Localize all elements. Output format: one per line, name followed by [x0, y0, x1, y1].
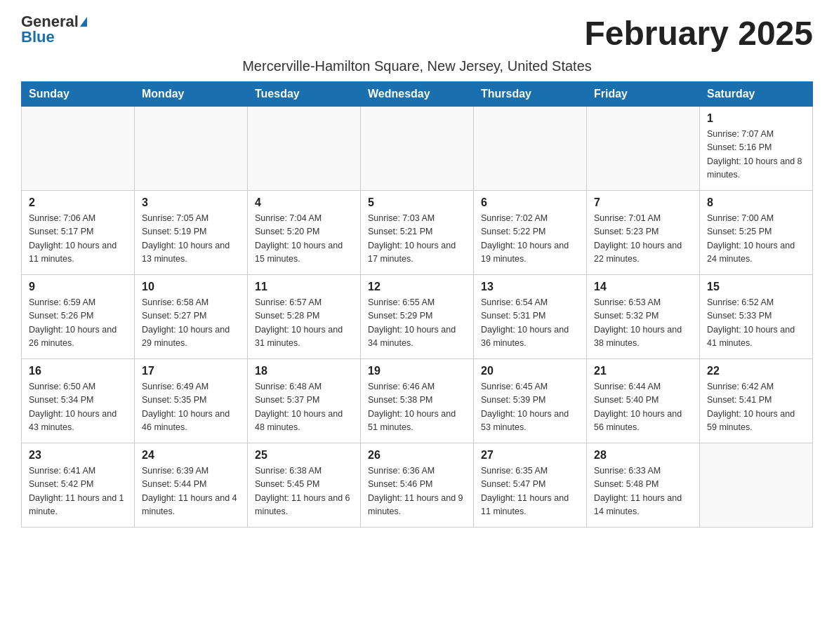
calendar-cell: 21Sunrise: 6:44 AM Sunset: 5:40 PM Dayli… [587, 359, 700, 443]
day-info: Sunrise: 6:46 AM Sunset: 5:38 PM Dayligh… [368, 380, 466, 435]
day-number: 23 [29, 449, 127, 462]
calendar-cell: 7Sunrise: 7:01 AM Sunset: 5:23 PM Daylig… [587, 191, 700, 275]
day-info: Sunrise: 6:38 AM Sunset: 5:45 PM Dayligh… [255, 464, 353, 519]
calendar-cell: 19Sunrise: 6:46 AM Sunset: 5:38 PM Dayli… [361, 359, 474, 443]
calendar-cell [22, 107, 135, 191]
calendar-cell: 8Sunrise: 7:00 AM Sunset: 5:25 PM Daylig… [700, 191, 813, 275]
day-number: 28 [594, 449, 692, 462]
day-info: Sunrise: 7:01 AM Sunset: 5:23 PM Dayligh… [594, 212, 692, 267]
calendar-cell [135, 107, 248, 191]
calendar-cell [474, 107, 587, 191]
calendar-cell: 26Sunrise: 6:36 AM Sunset: 5:46 PM Dayli… [361, 443, 474, 528]
calendar-cell: 23Sunrise: 6:41 AM Sunset: 5:42 PM Dayli… [22, 443, 135, 528]
day-info: Sunrise: 7:06 AM Sunset: 5:17 PM Dayligh… [29, 212, 127, 267]
day-info: Sunrise: 6:49 AM Sunset: 5:35 PM Dayligh… [142, 380, 240, 435]
day-info: Sunrise: 7:04 AM Sunset: 5:20 PM Dayligh… [255, 212, 353, 267]
weekday-header-monday: Monday [135, 82, 248, 107]
day-number: 3 [142, 196, 240, 209]
day-number: 6 [481, 196, 579, 209]
day-number: 1 [707, 112, 805, 125]
calendar-cell: 27Sunrise: 6:35 AM Sunset: 5:47 PM Dayli… [474, 443, 587, 528]
day-number: 14 [594, 281, 692, 293]
calendar-cell: 13Sunrise: 6:54 AM Sunset: 5:31 PM Dayli… [474, 275, 587, 359]
day-number: 8 [707, 196, 805, 209]
day-number: 22 [707, 365, 805, 377]
logo-triangle-icon [80, 17, 87, 27]
day-number: 7 [594, 196, 692, 209]
day-info: Sunrise: 7:05 AM Sunset: 5:19 PM Dayligh… [142, 212, 240, 267]
day-number: 5 [368, 196, 466, 209]
weekday-header-friday: Friday [587, 82, 700, 107]
day-number: 11 [255, 281, 353, 293]
day-info: Sunrise: 6:41 AM Sunset: 5:42 PM Dayligh… [29, 464, 127, 519]
logo: General Blue [21, 14, 87, 45]
day-info: Sunrise: 6:54 AM Sunset: 5:31 PM Dayligh… [481, 296, 579, 351]
day-info: Sunrise: 6:44 AM Sunset: 5:40 PM Dayligh… [594, 380, 692, 435]
calendar-cell: 6Sunrise: 7:02 AM Sunset: 5:22 PM Daylig… [474, 191, 587, 275]
calendar-cell: 14Sunrise: 6:53 AM Sunset: 5:32 PM Dayli… [587, 275, 700, 359]
day-number: 24 [142, 449, 240, 462]
calendar-cell: 17Sunrise: 6:49 AM Sunset: 5:35 PM Dayli… [135, 359, 248, 443]
calendar-cell: 5Sunrise: 7:03 AM Sunset: 5:21 PM Daylig… [361, 191, 474, 275]
weekday-header-saturday: Saturday [700, 82, 813, 107]
day-number: 15 [707, 281, 805, 293]
calendar-cell: 12Sunrise: 6:55 AM Sunset: 5:29 PM Dayli… [361, 275, 474, 359]
calendar-cell [587, 107, 700, 191]
calendar-cell: 2Sunrise: 7:06 AM Sunset: 5:17 PM Daylig… [22, 191, 135, 275]
month-year-title: February 2025 [584, 14, 813, 53]
calendar-cell [248, 107, 361, 191]
weekday-header-sunday: Sunday [22, 82, 135, 107]
day-number: 9 [29, 281, 127, 293]
calendar-cell: 9Sunrise: 6:59 AM Sunset: 5:26 PM Daylig… [22, 275, 135, 359]
calendar-table: SundayMondayTuesdayWednesdayThursdayFrid… [21, 81, 813, 528]
day-number: 20 [481, 365, 579, 377]
calendar-cell: 15Sunrise: 6:52 AM Sunset: 5:33 PM Dayli… [700, 275, 813, 359]
calendar-cell: 16Sunrise: 6:50 AM Sunset: 5:34 PM Dayli… [22, 359, 135, 443]
day-info: Sunrise: 6:57 AM Sunset: 5:28 PM Dayligh… [255, 296, 353, 351]
day-number: 27 [481, 449, 579, 462]
day-number: 21 [594, 365, 692, 377]
day-info: Sunrise: 6:52 AM Sunset: 5:33 PM Dayligh… [707, 296, 805, 351]
calendar-cell: 22Sunrise: 6:42 AM Sunset: 5:41 PM Dayli… [700, 359, 813, 443]
calendar-cell: 24Sunrise: 6:39 AM Sunset: 5:44 PM Dayli… [135, 443, 248, 528]
location-subtitle: Mercerville-Hamilton Square, New Jersey,… [21, 58, 813, 74]
calendar-cell [361, 107, 474, 191]
day-number: 16 [29, 365, 127, 377]
day-info: Sunrise: 6:53 AM Sunset: 5:32 PM Dayligh… [594, 296, 692, 351]
calendar-cell: 20Sunrise: 6:45 AM Sunset: 5:39 PM Dayli… [474, 359, 587, 443]
day-info: Sunrise: 7:07 AM Sunset: 5:16 PM Dayligh… [707, 128, 805, 182]
day-info: Sunrise: 6:58 AM Sunset: 5:27 PM Dayligh… [142, 296, 240, 351]
day-info: Sunrise: 7:03 AM Sunset: 5:21 PM Dayligh… [368, 212, 466, 267]
day-info: Sunrise: 6:45 AM Sunset: 5:39 PM Dayligh… [481, 380, 579, 435]
calendar-cell [700, 443, 813, 528]
calendar-cell: 10Sunrise: 6:58 AM Sunset: 5:27 PM Dayli… [135, 275, 248, 359]
weekday-header-thursday: Thursday [474, 82, 587, 107]
logo-general-text: General [21, 14, 79, 29]
weekday-header-tuesday: Tuesday [248, 82, 361, 107]
calendar-cell: 4Sunrise: 7:04 AM Sunset: 5:20 PM Daylig… [248, 191, 361, 275]
calendar-cell: 25Sunrise: 6:38 AM Sunset: 5:45 PM Dayli… [248, 443, 361, 528]
calendar-cell: 18Sunrise: 6:48 AM Sunset: 5:37 PM Dayli… [248, 359, 361, 443]
day-info: Sunrise: 6:33 AM Sunset: 5:48 PM Dayligh… [594, 464, 692, 519]
day-number: 17 [142, 365, 240, 377]
day-info: Sunrise: 6:59 AM Sunset: 5:26 PM Dayligh… [29, 296, 127, 351]
day-info: Sunrise: 6:42 AM Sunset: 5:41 PM Dayligh… [707, 380, 805, 435]
calendar-cell: 1Sunrise: 7:07 AM Sunset: 5:16 PM Daylig… [700, 107, 813, 191]
day-info: Sunrise: 6:50 AM Sunset: 5:34 PM Dayligh… [29, 380, 127, 435]
day-info: Sunrise: 6:36 AM Sunset: 5:46 PM Dayligh… [368, 464, 466, 519]
day-info: Sunrise: 7:00 AM Sunset: 5:25 PM Dayligh… [707, 212, 805, 267]
day-info: Sunrise: 6:48 AM Sunset: 5:37 PM Dayligh… [255, 380, 353, 435]
day-info: Sunrise: 6:39 AM Sunset: 5:44 PM Dayligh… [142, 464, 240, 519]
day-number: 2 [29, 196, 127, 209]
weekday-header-wednesday: Wednesday [361, 82, 474, 107]
day-number: 12 [368, 281, 466, 293]
calendar-cell: 3Sunrise: 7:05 AM Sunset: 5:19 PM Daylig… [135, 191, 248, 275]
day-number: 18 [255, 365, 353, 377]
day-number: 19 [368, 365, 466, 377]
calendar-cell: 28Sunrise: 6:33 AM Sunset: 5:48 PM Dayli… [587, 443, 700, 528]
day-number: 4 [255, 196, 353, 209]
day-number: 26 [368, 449, 466, 462]
logo-blue-text: Blue [21, 29, 55, 45]
day-info: Sunrise: 6:35 AM Sunset: 5:47 PM Dayligh… [481, 464, 579, 519]
day-number: 25 [255, 449, 353, 462]
